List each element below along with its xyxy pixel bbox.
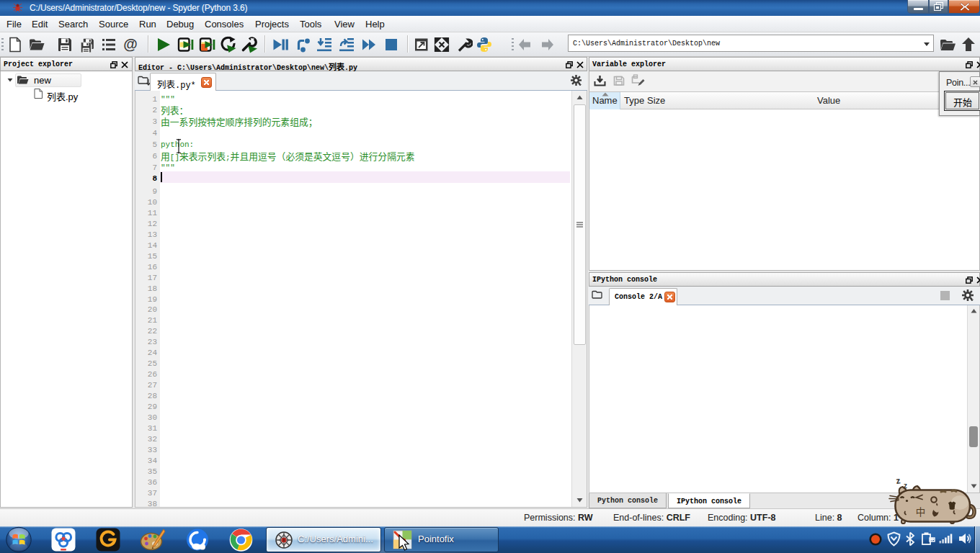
svg-text:z: z: [895, 475, 901, 486]
svg-text:中: 中: [916, 504, 926, 518]
svg-text:@: @: [123, 36, 138, 52]
